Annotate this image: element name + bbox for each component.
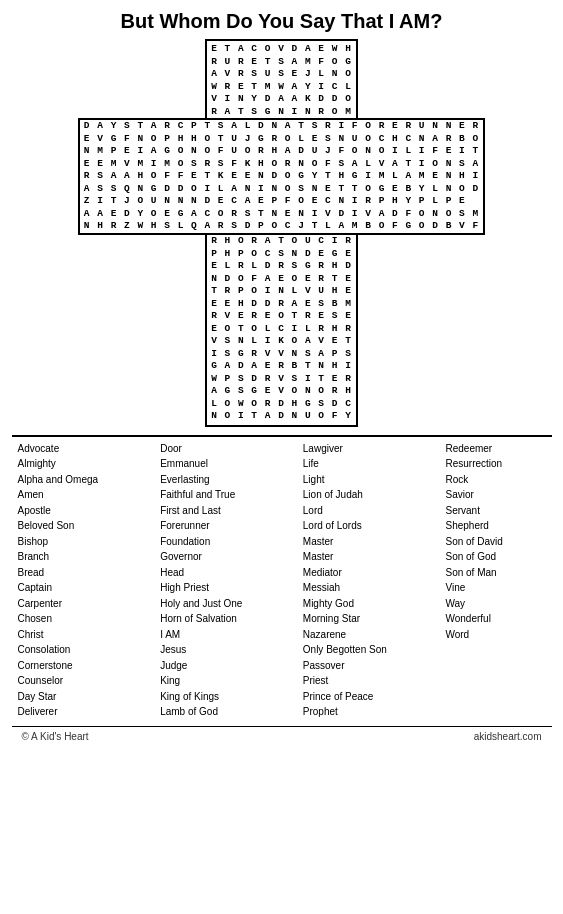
word-item: Alpha and Omega xyxy=(18,472,118,488)
word-item: Deliverer xyxy=(18,704,118,720)
word-item: Emmanuel xyxy=(160,456,260,472)
word-item: Morning Star xyxy=(303,611,403,627)
word-col-1: AdvocateAlmightyAlpha and OmegaAmenApost… xyxy=(18,441,118,720)
word-item: Day Star xyxy=(18,689,118,705)
grid-middle-content: D A Y S T A R C P T S A L D N A T S R I … xyxy=(78,118,485,235)
word-item: Faithful and True xyxy=(160,487,260,503)
word-item: Lamb of God xyxy=(160,704,260,720)
word-item: Servant xyxy=(445,503,545,519)
word-item: Nazarene xyxy=(303,627,403,643)
word-item: Son of God xyxy=(445,549,545,565)
word-item: Counselor xyxy=(18,673,118,689)
word-item: Bishop xyxy=(18,534,118,550)
word-col-2: DoorEmmanuelEverlastingFaithful and True… xyxy=(160,441,260,720)
word-item: Son of David xyxy=(445,534,545,550)
word-item: Prince of Peace xyxy=(303,689,403,705)
footer-right: akidsheart.com xyxy=(474,731,542,742)
word-item: Prophet xyxy=(303,704,403,720)
word-item: Redeemer xyxy=(445,441,545,457)
word-item: First and Last xyxy=(160,503,260,519)
word-item: Lion of Judah xyxy=(303,487,403,503)
grid-bottom: R H O R A T O U C I R P H P O C S N D E … xyxy=(92,235,472,427)
word-item: Life xyxy=(303,456,403,472)
word-item: Branch xyxy=(18,549,118,565)
word-item: Savior xyxy=(445,487,545,503)
word-item: Messiah xyxy=(303,580,403,596)
word-item: Foundation xyxy=(160,534,260,550)
word-item: Advocate xyxy=(18,441,118,457)
word-item: Way xyxy=(445,596,545,612)
word-search-cross: E T A C O V D A E W H R U R E T S A M F … xyxy=(92,39,472,427)
word-item: Cornerstone xyxy=(18,658,118,674)
footer-left: © A Kid's Heart xyxy=(22,731,89,742)
word-item: Judge xyxy=(160,658,260,674)
word-item: Vine xyxy=(445,580,545,596)
word-item: Consolation xyxy=(18,642,118,658)
word-item: Priest xyxy=(303,673,403,689)
word-item: Master xyxy=(303,534,403,550)
word-item: Jesus xyxy=(160,642,260,658)
word-item: Light xyxy=(303,472,403,488)
word-item: Amen xyxy=(18,487,118,503)
footer: © A Kid's Heart akidsheart.com xyxy=(12,726,552,746)
word-item: Holy and Just One xyxy=(160,596,260,612)
word-item: Head xyxy=(160,565,260,581)
word-item: Lord xyxy=(303,503,403,519)
grid-bottom-content: R H O R A T O U C I R P H P O C S N D E … xyxy=(205,235,358,427)
word-item: Lawgiver xyxy=(303,441,403,457)
grid-middle: D A Y S T A R C P T S A L D N A T S R I … xyxy=(92,118,472,235)
word-col-4: RedeemerResurrectionRockSaviorServantShe… xyxy=(445,441,545,720)
word-item: I AM xyxy=(160,627,260,643)
word-col-3: LawgiverLifeLightLion of JudahLordLord o… xyxy=(303,441,403,720)
word-item: Everlasting xyxy=(160,472,260,488)
word-item: Master xyxy=(303,549,403,565)
word-item: Word xyxy=(445,627,545,643)
word-item: Lord of Lords xyxy=(303,518,403,534)
word-item: King of Kings xyxy=(160,689,260,705)
word-item: Resurrection xyxy=(445,456,545,472)
word-item: Beloved Son xyxy=(18,518,118,534)
grid-top: E T A C O V D A E W H R U R E T S A M F … xyxy=(92,39,472,118)
word-item: Son of Man xyxy=(445,565,545,581)
word-item: Chosen xyxy=(18,611,118,627)
word-item: Apostle xyxy=(18,503,118,519)
word-item: High Priest xyxy=(160,580,260,596)
word-item: King xyxy=(160,673,260,689)
word-item: Forerunner xyxy=(160,518,260,534)
word-item: Carpenter xyxy=(18,596,118,612)
word-item: Mediator xyxy=(303,565,403,581)
page-title: But Whom Do You Say That I AM? xyxy=(121,10,443,33)
word-item: Mighty God xyxy=(303,596,403,612)
word-item: Christ xyxy=(18,627,118,643)
word-columns: AdvocateAlmightyAlpha and OmegaAmenApost… xyxy=(12,437,552,724)
word-item: Passover xyxy=(303,658,403,674)
word-item: Rock xyxy=(445,472,545,488)
word-item: Horn of Salvation xyxy=(160,611,260,627)
word-item: Captain xyxy=(18,580,118,596)
word-list-section: AdvocateAlmightyAlpha and OmegaAmenApost… xyxy=(12,435,552,724)
word-item: Governor xyxy=(160,549,260,565)
word-item: Wonderful xyxy=(445,611,545,627)
word-item: Only Begotten Son xyxy=(303,642,403,658)
word-item: Almighty xyxy=(18,456,118,472)
word-item: Bread xyxy=(18,565,118,581)
word-item: Shepherd xyxy=(445,518,545,534)
word-item: Door xyxy=(160,441,260,457)
grid-top-content: E T A C O V D A E W H R U R E T S A M F … xyxy=(205,39,358,118)
